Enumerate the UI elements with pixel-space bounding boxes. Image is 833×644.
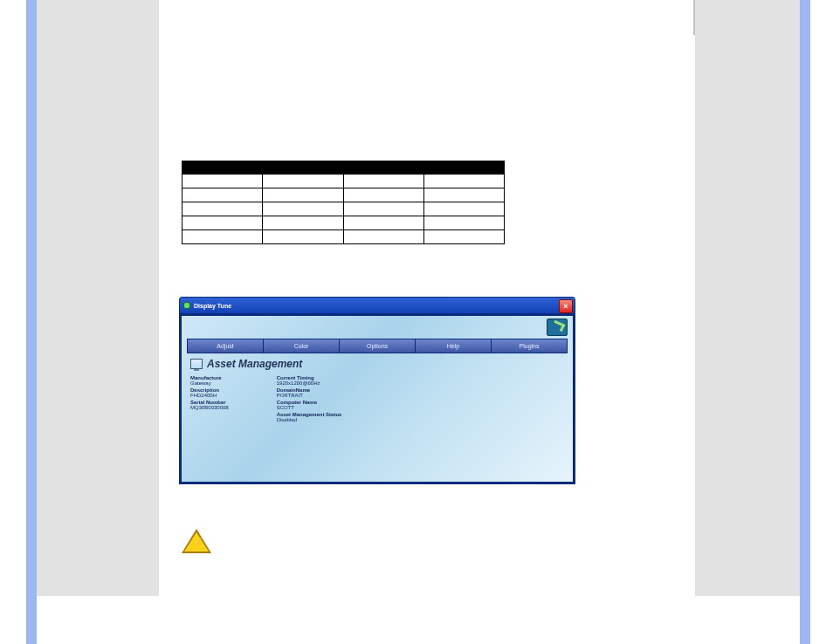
table-cell [263,216,343,230]
page: Display Tune × Adjust Color Options Help… [0,0,833,644]
display-tune-window: Display Tune × Adjust Color Options Help… [179,297,575,483]
table-cell [343,175,423,188]
table-row [182,230,505,244]
monitor-icon [190,359,203,369]
tab-options[interactable]: Options [340,339,416,353]
table-head [182,161,505,175]
table-header-cell [343,161,423,175]
right-stripe-tail [693,0,695,35]
close-button[interactable]: × [559,299,573,313]
tab-color[interactable]: Color [264,339,340,353]
table-cell [343,188,423,202]
table-cell [263,175,343,188]
table-cell [423,216,504,230]
table-header-cell [423,161,504,175]
left-stripe [37,0,159,596]
theft-deterrence-icon[interactable] [547,319,568,336]
domain-value: PORTRAIT [277,393,342,398]
table-cell [423,175,504,188]
description-value: FHD2400H [190,393,229,398]
tab-plugins[interactable]: Plugins [492,339,567,353]
title-bar[interactable]: Display Tune × [179,297,575,313]
tab-label: Adjust [217,343,233,349]
table-cell [263,188,343,202]
table-cell [182,175,263,188]
right-stripe [695,0,800,596]
table-body [182,175,505,244]
manufacture-value: Gateway [190,380,229,386]
caution-row: ⚡ [182,529,211,553]
info-col-right: Current Timing 1920x1200@60Hz DomainName… [277,373,342,422]
table-cell [182,188,263,202]
timing-value: 1920x1200@60Hz [277,380,342,386]
tab-help[interactable]: Help [416,339,492,353]
panel-title-row: Asset Management [190,358,302,370]
tab-adjust[interactable]: Adjust [188,339,264,353]
title-text: Display Tune [194,303,231,309]
table-cell [423,202,504,216]
table-row [182,202,505,216]
serial-value: MQ30B0030008 [190,405,229,410]
window-body: Adjust Color Options Help Plugins Asset … [179,313,575,484]
tab-label: Options [367,343,388,349]
computer-value: SCOTT [277,405,342,410]
table-cell [182,230,263,244]
table-row [182,175,505,188]
tab-bar: Adjust Color Options Help Plugins [187,339,568,353]
table-row [182,216,505,230]
table-cell [343,216,423,230]
table-cell [182,216,263,230]
lightning-icon: ⚡ [191,538,205,549]
table-header-cell [263,161,343,175]
table-cell [263,230,343,244]
tab-label: Plugins [520,343,540,349]
table-cell [423,230,504,244]
table-cell [343,202,423,216]
right-rail [800,0,810,644]
close-icon: × [563,302,568,311]
table-cell [343,230,423,244]
info-columns: Manufacture Gateway Description FHD2400H… [190,373,389,422]
tab-label: Help [447,343,459,349]
table [182,161,505,244]
left-rail [26,0,37,644]
panel-title: Asset Management [207,358,302,370]
table-row [182,188,505,202]
tab-label: Color [294,343,309,349]
table-cell [263,202,343,216]
table-cell [182,202,263,216]
table-cell [423,188,504,202]
caution-icon: ⚡ [182,529,211,553]
data-table [182,161,505,244]
table-header-cell [182,161,263,175]
am-status-value: Disabled [277,417,342,422]
app-status-dot [183,302,190,309]
info-col-left: Manufacture Gateway Description FHD2400H… [190,373,229,422]
